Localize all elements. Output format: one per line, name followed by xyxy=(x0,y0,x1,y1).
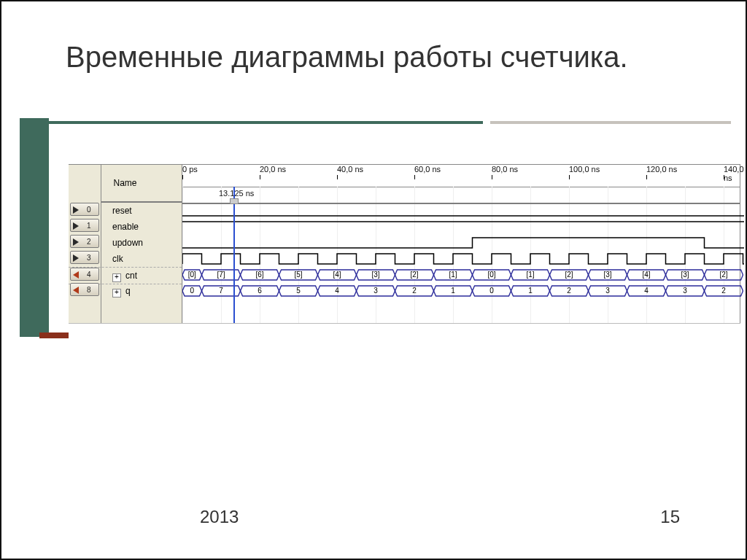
signal-names-list: 0reset1enable2updown3clk4+cnt8+q xyxy=(69,203,182,323)
accent-rule-left xyxy=(20,121,483,124)
bus-value-label: [1] xyxy=(446,271,460,279)
wave-row-clk xyxy=(182,251,740,267)
signal-name-label: +q xyxy=(112,283,131,299)
signal-row-q[interactable]: 8+q xyxy=(69,283,182,299)
cursor-handle[interactable] xyxy=(230,198,239,204)
signal-handle-icon[interactable]: 4 xyxy=(70,268,99,281)
signal-row-reset[interactable]: 0reset xyxy=(69,203,182,219)
bus-value-label: 5 xyxy=(291,287,306,295)
bus-value-label: [3] xyxy=(678,271,692,279)
ruler-tick: 100,0 ns xyxy=(569,165,600,174)
bus-value-label: 3 xyxy=(600,287,615,295)
ruler-tick: 60,0 ns xyxy=(414,165,441,174)
bus-value-label: 2 xyxy=(407,287,422,295)
bus-value-label: [2] xyxy=(407,271,422,279)
signal-handle-icon[interactable]: 1 xyxy=(70,219,99,232)
bus-value-label: [0] xyxy=(484,271,499,279)
signal-row-clk[interactable]: 3clk xyxy=(69,251,182,267)
slide-title: Временные диаграммы работы счетчика. xyxy=(66,39,628,74)
wave-row-q: 076543210123432 xyxy=(182,283,740,299)
signal-handle-icon[interactable]: 2 xyxy=(70,235,99,248)
bus-value-label: [4] xyxy=(330,271,344,279)
footer-year: 2013 xyxy=(200,507,239,527)
bus-value-label: [6] xyxy=(252,271,267,279)
signal-handle-icon[interactable]: 3 xyxy=(70,251,99,264)
bus-value-label: [4] xyxy=(639,271,654,279)
bus-value-label: 0 xyxy=(185,287,199,295)
ruler-tick: 0 ps xyxy=(182,165,198,174)
bus-value-label: 3 xyxy=(678,287,692,295)
bus-value-label: [3] xyxy=(600,271,615,279)
bus-value-label: 3 xyxy=(368,287,383,295)
bus-value-label: [7] xyxy=(214,271,228,279)
signal-name-label: enable xyxy=(112,219,139,235)
ruler-tick: 140,0 ns xyxy=(724,165,744,182)
signal-names-column: Name 0reset1enable2updown3clk4+cnt8+q xyxy=(69,164,182,323)
signal-row-updown[interactable]: 2updown xyxy=(69,235,182,251)
signal-row-cnt[interactable]: 4+cnt xyxy=(69,267,182,284)
accent-rule-right xyxy=(490,121,731,124)
signal-handle-icon[interactable]: 0 xyxy=(70,203,99,216)
ruler-tick: 120,0 ns xyxy=(646,165,677,174)
bus-value-label: [2] xyxy=(562,271,576,279)
accent-vertical xyxy=(20,118,49,337)
footer-page-number: 15 xyxy=(660,507,680,527)
wave-row-updown xyxy=(182,235,740,251)
bus-value-label: 6 xyxy=(252,287,267,295)
slide-frame: Временные диаграммы работы счетчика. Nam… xyxy=(0,0,747,560)
waveform-panel: Name 0reset1enable2updown3clk4+cnt8+q 0 … xyxy=(69,164,740,324)
expand-icon[interactable]: + xyxy=(112,273,121,282)
bus-value-label: [1] xyxy=(523,271,538,279)
wave-row-enable xyxy=(182,219,740,235)
expand-icon[interactable]: + xyxy=(112,289,121,298)
bus-value-label: [5] xyxy=(291,271,306,279)
cursor-time-label: 13.125 ns xyxy=(219,189,254,198)
waveform-area[interactable]: 0 ps20,0 ns40,0 ns60,0 ns80,0 ns100,0 ns… xyxy=(182,164,740,323)
ruler-tick: 20,0 ns xyxy=(260,165,286,174)
waveform-rows: [0][7][6][5][4][3][2][1][0][1][2][3][4][… xyxy=(182,203,740,323)
bus-value-label: 1 xyxy=(523,287,538,295)
wave-row-cnt: [0][7][6][5][4][3][2][1][0][1][2][3][4][… xyxy=(182,267,740,283)
bus-value-label: 0 xyxy=(484,287,499,295)
bus-value-label: [3] xyxy=(368,271,383,279)
bus-value-label: 4 xyxy=(330,287,344,295)
signal-name-label: reset xyxy=(112,203,132,219)
bus-value-label: 2 xyxy=(562,287,576,295)
bus-value-label: [0] xyxy=(185,271,199,279)
signal-name-label: +cnt xyxy=(112,268,137,284)
ruler-tick: 40,0 ns xyxy=(337,165,363,174)
bus-value-label: 1 xyxy=(446,287,460,295)
bus-value-label: 7 xyxy=(214,287,228,295)
wave-row-reset xyxy=(182,203,740,219)
signal-row-enable[interactable]: 1enable xyxy=(69,219,182,235)
signal-handle-icon[interactable]: 8 xyxy=(70,283,99,296)
bus-value-label: 4 xyxy=(639,287,654,295)
signal-name-label: updown xyxy=(112,235,143,251)
bus-value-label: [2] xyxy=(716,271,731,279)
ruler-tick: 80,0 ns xyxy=(492,165,518,174)
accent-bullet xyxy=(39,332,69,338)
cursor-line[interactable] xyxy=(233,187,235,323)
bus-value-label: 2 xyxy=(716,287,731,295)
time-ruler[interactable]: 0 ps20,0 ns40,0 ns60,0 ns80,0 ns100,0 ns… xyxy=(182,165,740,187)
signal-name-label: clk xyxy=(112,251,123,267)
